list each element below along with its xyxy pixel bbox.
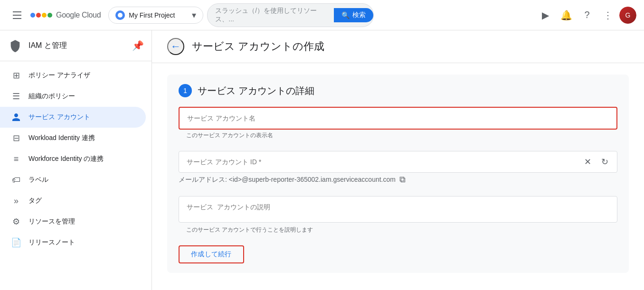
main-layout: IAM と管理 📌 ⊞ ポリシー アナライザ ☰ 組織のポリシー サービス アカ… xyxy=(0,30,644,290)
more-options-button[interactable]: ⋮ xyxy=(598,6,617,25)
terminal-button[interactable]: ▶ xyxy=(536,6,555,25)
sidebar-item-workforce-identity[interactable]: ≡ Workforce Identity の連携 xyxy=(0,149,146,169)
sidebar-item-manage-resources[interactable]: ⚙ リソースを管理 xyxy=(0,211,146,232)
refresh-icon: ↻ xyxy=(601,157,608,167)
org-policy-icon: ☰ xyxy=(11,92,21,101)
service-accounts-icon xyxy=(11,112,21,122)
service-account-id-container: ✕ ↻ xyxy=(179,151,617,173)
policy-analyzer-icon: ⊞ xyxy=(11,71,21,80)
search-bar[interactable]: スラッシュ（/）を使用してリソース、... 🔍 検索 xyxy=(207,3,374,27)
search-button[interactable]: 🔍 検索 xyxy=(334,8,373,22)
sidebar-item-release-notes[interactable]: 📄 リリースノート xyxy=(0,232,146,253)
sidebar-item-tags[interactable]: » タグ xyxy=(0,190,146,211)
labels-icon: 🏷 xyxy=(11,175,21,185)
service-account-name-field: このサービス アカウントの表示名 xyxy=(179,107,617,141)
sidebar-item-workload-identity[interactable]: ⊟ Workload Identity 連携 xyxy=(0,128,146,149)
logo-dots xyxy=(30,13,52,18)
sidebar-item-label: Workload Identity 連携 xyxy=(28,134,95,142)
sidebar-item-label: リリースノート xyxy=(28,238,75,247)
project-dropdown-arrow: ▾ xyxy=(192,10,196,20)
refresh-id-button[interactable]: ↻ xyxy=(596,153,613,170)
sidebar-title: IAM と管理 xyxy=(28,41,126,51)
sidebar-item-label: タグ xyxy=(28,196,42,205)
iam-header-icon xyxy=(8,38,23,53)
service-account-description-input[interactable] xyxy=(179,196,617,223)
create-continue-button[interactable]: 作成して続行 xyxy=(179,245,244,263)
sidebar-item-label: ポリシー アナライザ xyxy=(28,71,90,80)
back-button[interactable]: ← xyxy=(167,38,184,55)
project-selector[interactable]: My First Project ▾ xyxy=(108,7,203,24)
email-label: メールアドレス: <id>@superb-reporter-365002.iam… xyxy=(179,176,396,184)
project-icon xyxy=(115,10,125,20)
sidebar-item-label: 組織のポリシー xyxy=(28,92,75,101)
form-area: 1 サービス アカウントの詳細 このサービス アカウントの表示名 ✕ xyxy=(152,63,644,290)
step-header: 1 サービス アカウントの詳細 xyxy=(179,84,617,97)
user-avatar[interactable]: G xyxy=(619,7,636,24)
workload-identity-icon: ⊟ xyxy=(11,133,21,143)
sidebar-item-org-policy[interactable]: ☰ 組織のポリシー xyxy=(0,86,146,107)
sidebar-item-policy-analyzer[interactable]: ⊞ ポリシー アナライザ xyxy=(0,65,146,86)
page-title: サービス アカウントの作成 xyxy=(192,39,324,54)
main-content: ← サービス アカウントの作成 1 サービス アカウントの詳細 このサービス ア… xyxy=(152,30,644,290)
bell-icon: 🔔 xyxy=(560,9,572,21)
sidebar-item-service-accounts[interactable]: サービス アカウント xyxy=(0,107,146,128)
sidebar-item-label: リソースを管理 xyxy=(28,217,75,226)
search-placeholder-text: スラッシュ（/）を使用してリソース、... xyxy=(215,7,330,24)
step-badge: 1 xyxy=(179,84,192,97)
page-header: ← サービス アカウントの作成 xyxy=(152,30,644,63)
step-title: サービス アカウントの詳細 xyxy=(198,84,314,97)
service-account-name-hint: このサービス アカウントの表示名 xyxy=(179,130,617,141)
service-account-id-input[interactable] xyxy=(179,151,579,172)
workforce-identity-icon: ≡ xyxy=(11,154,21,164)
sidebar-item-labels[interactable]: 🏷 ラベル xyxy=(0,169,146,190)
topnav-icons: ▶ 🔔 ? ⋮ G xyxy=(536,6,636,25)
step-section: 1 サービス アカウントの詳細 このサービス アカウントの表示名 ✕ xyxy=(167,75,629,273)
service-account-id-field: ✕ ↻ メールアドレス: <id>@superb-reporter-365002… xyxy=(179,151,617,187)
clear-id-button[interactable]: ✕ xyxy=(579,153,596,170)
sidebar-nav: ⊞ ポリシー アナライザ ☰ 組織のポリシー サービス アカウント ⊟ Work… xyxy=(0,61,152,253)
release-notes-icon: 📄 xyxy=(11,238,21,247)
sidebar-item-label: ラベル xyxy=(28,176,48,184)
project-name: My First Project xyxy=(129,11,188,19)
service-account-description-hint: このサービス アカウントで行うことを説明します xyxy=(179,224,617,236)
dots-vertical-icon: ⋮ xyxy=(603,9,613,21)
help-icon: ? xyxy=(584,9,589,20)
avatar-image: G xyxy=(619,7,636,24)
top-navigation: Google Cloud My First Project ▾ スラッシュ（/）… xyxy=(0,0,644,30)
sidebar-item-label: Workforce Identity の連携 xyxy=(28,155,104,163)
google-cloud-logo[interactable]: Google Cloud xyxy=(30,11,101,19)
sidebar: IAM と管理 📌 ⊞ ポリシー アナライザ ☰ 組織のポリシー サービス アカ… xyxy=(0,30,152,290)
notifications-button[interactable]: 🔔 xyxy=(557,6,576,25)
menu-toggle-button[interactable] xyxy=(8,6,27,25)
service-account-description-field: このサービス アカウントで行うことを説明します xyxy=(179,196,617,236)
search-icon: 🔍 xyxy=(341,11,350,19)
email-address-line: メールアドレス: <id>@superb-reporter-365002.iam… xyxy=(179,173,617,187)
manage-resources-icon: ⚙ xyxy=(11,217,21,226)
terminal-icon: ▶ xyxy=(542,9,549,21)
sidebar-header: IAM と管理 📌 xyxy=(0,30,152,61)
help-button[interactable]: ? xyxy=(578,6,597,25)
back-arrow-icon: ← xyxy=(170,40,181,53)
tags-icon: » xyxy=(11,196,21,206)
close-icon: ✕ xyxy=(584,157,591,167)
sidebar-item-label: サービス アカウント xyxy=(28,113,90,122)
pin-sidebar-button[interactable]: 📌 xyxy=(132,40,144,51)
copy-email-button[interactable]: ⧉ xyxy=(399,175,406,185)
service-account-name-input[interactable] xyxy=(179,107,617,130)
logo-text: Google Cloud xyxy=(56,11,101,19)
